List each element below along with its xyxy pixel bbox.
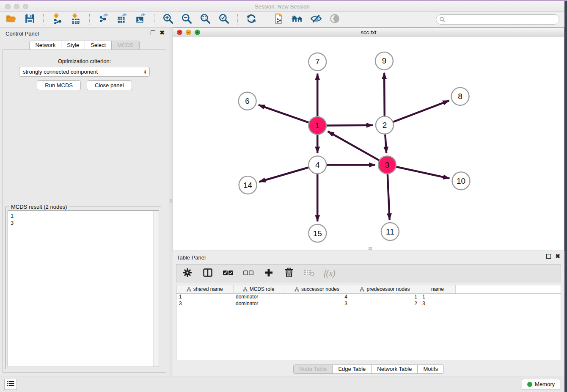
graph-edge-3-10[interactable] (396, 167, 449, 178)
table-row[interactable]: 3 dominator 3 2 3 (176, 300, 561, 307)
checked-boxes-icon (223, 269, 234, 278)
result-line: 1 (11, 212, 156, 219)
refresh-icon (246, 13, 257, 26)
table-settings-button[interactable] (182, 268, 193, 279)
close-panel-icon[interactable]: ✖ (160, 30, 165, 35)
tab-style[interactable]: Style (61, 41, 85, 50)
optimization-select[interactable]: strongly connected component ▴▾ (19, 67, 150, 77)
control-panel-buttons: ✖ (151, 30, 165, 35)
network-graph[interactable]: 7968124314101511 (173, 37, 564, 251)
graph-edge-4-14[interactable] (259, 168, 308, 182)
graph-node-label-2: 2 (383, 121, 387, 130)
cell-name[interactable]: 3 (420, 300, 455, 307)
export-network-button[interactable] (97, 14, 109, 25)
clone-network-button[interactable] (273, 14, 285, 25)
save-session-button[interactable] (24, 14, 36, 25)
search-input[interactable] (436, 14, 559, 25)
graph-edge-2-9[interactable] (384, 73, 385, 116)
cell-successor-nodes[interactable]: 3 (284, 300, 350, 307)
export-group (97, 14, 146, 25)
open-session-button[interactable] (5, 14, 17, 25)
export-table-button[interactable] (116, 14, 128, 25)
graph-edge-1-6[interactable] (259, 105, 309, 122)
close-panel-icon[interactable]: ✖ (555, 254, 560, 259)
result-scrollbar[interactable] (153, 211, 159, 367)
refresh-group (245, 14, 257, 25)
network-canvas[interactable]: 7968124314101511 (173, 37, 564, 251)
tab-node-table[interactable]: Node Table (293, 364, 333, 374)
tab-select[interactable]: Select (85, 41, 112, 50)
panel-splitter[interactable] (169, 28, 173, 376)
column-view-button[interactable] (202, 268, 214, 279)
column-header-name[interactable]: name (420, 285, 455, 293)
zoom-fit-icon (200, 13, 211, 26)
add-column-button[interactable] (263, 268, 275, 279)
tab-mcds[interactable]: MCDS (111, 41, 139, 50)
splitter-handle[interactable] (170, 199, 172, 203)
tab-network[interactable]: Network (29, 41, 61, 50)
float-panel-icon[interactable] (546, 254, 551, 259)
zoom-in-button[interactable] (162, 14, 174, 25)
cell-successor-nodes[interactable]: 4 (284, 293, 350, 300)
network-window-titlebar: ✕ − + scc.txt (173, 28, 564, 37)
tab-network-table[interactable]: Network Table (371, 364, 418, 374)
canvas-splitter-handle[interactable] (369, 247, 372, 250)
screen: Session: New Session (0, 0, 567, 392)
import-network-button[interactable] (51, 14, 63, 25)
cell-shared-name[interactable]: 3 (176, 300, 233, 307)
graph-edge-3-1[interactable] (328, 131, 379, 160)
cell-mcds-role[interactable]: dominator (233, 293, 284, 300)
cell-shared-name[interactable]: 1 (176, 293, 233, 300)
node-table: shared name MCDS role successor nodes pr… (176, 285, 561, 360)
function-builder-button[interactable]: f(x) (324, 268, 336, 278)
graph-edge-2-8[interactable] (393, 101, 449, 122)
tab-edge-table[interactable]: Edge Table (332, 364, 372, 374)
show-button[interactable] (329, 14, 341, 25)
control-panel-tabs: Network Style Select MCDS (0, 41, 169, 50)
optimization-criterion-label: Optimization criterion: (3, 58, 166, 64)
float-panel-icon[interactable] (151, 30, 155, 35)
column-header-shared-name[interactable]: shared name (176, 285, 233, 293)
mcds-result-text[interactable]: 1 3 (8, 210, 159, 367)
deselect-all-button[interactable] (242, 268, 254, 279)
network-window-title: scc.txt (173, 29, 564, 36)
hide-button[interactable] (310, 14, 322, 25)
cell-predecessor-nodes[interactable]: 1 (350, 293, 420, 300)
list-icon (7, 381, 14, 388)
first-neighbors-button[interactable] (292, 14, 303, 25)
cell-predecessor-nodes[interactable]: 2 (350, 300, 420, 307)
run-mcds-button[interactable]: Run MCDS (37, 80, 81, 90)
table-panel-buttons: ✖ (546, 254, 560, 259)
column-header-predecessor-nodes[interactable]: predecessor nodes (350, 285, 420, 293)
memory-button[interactable]: Memory (522, 379, 560, 390)
tab-motifs[interactable]: Motifs (417, 364, 444, 374)
toolbar-separator (237, 14, 238, 25)
select-all-button[interactable] (222, 268, 234, 279)
search-icon (439, 17, 445, 24)
unchecked-boxes-icon (243, 269, 254, 278)
task-history-button[interactable] (4, 379, 17, 390)
close-panel-button[interactable]: Close panel (87, 80, 132, 90)
zoom-fit-button[interactable] (199, 14, 211, 25)
import-table-icon (70, 13, 81, 26)
zoom-out-button[interactable] (181, 14, 193, 25)
table-toolbar: f(x) (176, 264, 561, 282)
cell-mcds-role[interactable]: dominator (233, 300, 284, 307)
export-network-icon (98, 13, 109, 26)
column-header-mcds-role[interactable]: MCDS role (233, 285, 284, 293)
graph-edge-2-3[interactable] (385, 135, 386, 153)
graph-edge-3-11[interactable] (388, 174, 390, 220)
refresh-button[interactable] (245, 14, 257, 25)
column-header-successor-nodes[interactable]: successor nodes (284, 285, 350, 293)
table-row[interactable]: 1 dominator 4 1 1 (176, 293, 561, 300)
gear-icon (183, 268, 192, 279)
delete-column-button[interactable] (283, 268, 295, 279)
table-header-row: shared name MCDS role successor nodes pr… (176, 285, 561, 293)
export-image-button[interactable] (135, 14, 146, 25)
graph-edge-1-2[interactable] (327, 125, 373, 126)
graph-node-label-14: 14 (243, 181, 252, 190)
import-table-button[interactable] (70, 14, 82, 25)
delete-table-button[interactable] (303, 268, 315, 279)
zoom-selected-button[interactable] (218, 14, 230, 25)
cell-name[interactable]: 1 (420, 293, 455, 300)
